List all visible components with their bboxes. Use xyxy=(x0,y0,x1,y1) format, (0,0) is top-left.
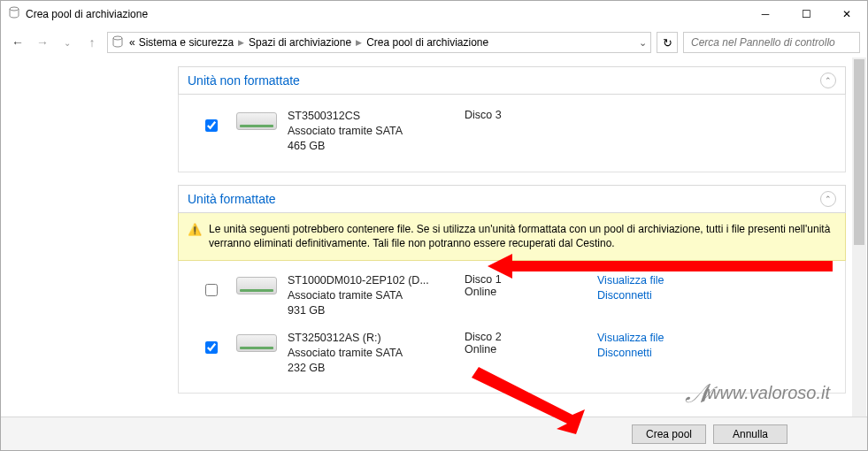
section-header-formatted[interactable]: Unità formattate ⌃ xyxy=(178,185,846,213)
disk-icon xyxy=(236,277,277,294)
address-bar[interactable]: « Sistema e sicurezza ▶ Spazi di archivi… xyxy=(107,32,651,53)
svg-point-0 xyxy=(10,7,19,11)
breadcrumb-item[interactable]: Spazi di archiviazione xyxy=(247,36,353,49)
drive-connection: Associato tramite SATA xyxy=(288,288,465,303)
section-header-unformatted[interactable]: Unità non formattate ⌃ xyxy=(178,66,846,95)
drive-size: 465 GB xyxy=(288,139,465,154)
scrollbar-thumb[interactable] xyxy=(854,59,864,245)
breadcrumb-item[interactable]: Crea pool di archiviazione xyxy=(365,36,490,49)
app-icon xyxy=(8,6,20,22)
drive-row: ST1000DM010-2EP102 (D... Associato trami… xyxy=(179,270,845,322)
disconnect-link[interactable]: Disconnetti xyxy=(597,346,664,361)
create-pool-button[interactable]: Crea pool xyxy=(632,424,706,444)
drive-diskno: Disco 3 xyxy=(465,109,597,121)
drive-model: ST3250312AS (R:) xyxy=(288,331,465,346)
recent-button[interactable]: ⌄ xyxy=(58,33,77,52)
drive-row: ST3250312AS (R:) Associato tramite SATA … xyxy=(179,327,845,379)
drive-checkbox[interactable] xyxy=(205,341,218,354)
up-button[interactable]: ↑ xyxy=(82,33,102,52)
drive-diskno: Disco 1 xyxy=(465,273,597,286)
maximize-button[interactable]: ☐ xyxy=(786,1,826,27)
minimize-button[interactable]: ─ xyxy=(745,1,786,27)
drive-diskno: Disco 2 xyxy=(465,331,597,343)
disk-icon xyxy=(236,112,277,130)
back-button[interactable]: ← xyxy=(8,33,27,52)
drive-connection: Associato tramite SATA xyxy=(288,346,465,361)
disconnect-link[interactable]: Disconnetti xyxy=(597,288,664,303)
forward-button[interactable]: → xyxy=(33,33,52,52)
section-body-unformatted: ST3500312CS Associato tramite SATA 465 G… xyxy=(178,95,846,172)
cancel-button[interactable]: Annulla xyxy=(713,424,787,444)
search-box[interactable] xyxy=(683,32,860,53)
disk-icon xyxy=(236,334,277,352)
drive-status: Online xyxy=(465,343,597,355)
section-title: Unità non formattate xyxy=(188,73,820,88)
drive-model: ST1000DM010-2EP102 (D... xyxy=(288,273,465,288)
refresh-button[interactable]: ↻ xyxy=(657,32,678,53)
close-button[interactable]: ✕ xyxy=(826,1,867,27)
breadcrumb-root[interactable]: « xyxy=(127,36,137,49)
search-input[interactable] xyxy=(689,35,854,50)
chevron-right-icon: ▶ xyxy=(356,38,362,47)
title-bar: Crea pool di archiviazione ─ ☐ ✕ xyxy=(1,1,867,27)
warning-banner: ⚠️ Le unità seguenti potrebbero contener… xyxy=(178,213,846,262)
drive-model: ST3500312CS xyxy=(288,109,465,124)
svg-point-1 xyxy=(113,36,122,40)
footer-bar: Crea pool Annulla xyxy=(1,417,867,450)
drive-checkbox[interactable] xyxy=(205,119,218,132)
collapse-icon[interactable]: ⌃ xyxy=(820,191,836,207)
breadcrumb-item[interactable]: Sistema e sicurezza xyxy=(137,36,235,49)
chevron-right-icon: ▶ xyxy=(238,38,244,47)
drive-checkbox[interactable] xyxy=(205,284,218,296)
warning-text: Le unità seguenti potrebbero contenere f… xyxy=(209,223,830,250)
view-files-link[interactable]: Visualizza file xyxy=(597,331,664,346)
section-title: Unità formattate xyxy=(188,192,820,206)
window-title: Crea pool di archiviazione xyxy=(26,8,745,20)
disk-stack-icon xyxy=(111,35,124,50)
drive-status: Online xyxy=(465,286,597,298)
warning-icon: ⚠️ xyxy=(188,222,202,238)
view-files-link[interactable]: Visualizza file xyxy=(597,273,664,288)
drive-size: 931 GB xyxy=(288,303,465,318)
drive-row: ST3500312CS Associato tramite SATA 465 G… xyxy=(179,105,845,157)
drive-size: 232 GB xyxy=(288,361,465,376)
nav-bar: ← → ⌄ ↑ « Sistema e sicurezza ▶ Spazi di… xyxy=(1,27,867,57)
section-body-formatted: ST1000DM010-2EP102 (D... Associato trami… xyxy=(178,261,846,394)
collapse-icon[interactable]: ⌃ xyxy=(820,73,836,88)
drive-connection: Associato tramite SATA xyxy=(288,124,465,139)
chevron-down-icon[interactable]: ⌄ xyxy=(639,37,647,49)
vertical-scrollbar[interactable] xyxy=(852,57,866,417)
